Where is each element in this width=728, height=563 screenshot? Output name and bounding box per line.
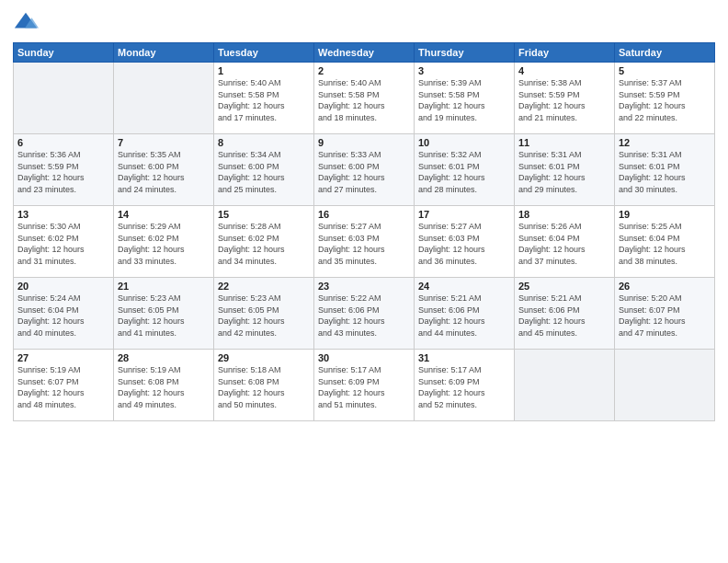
page-header	[13, 9, 715, 35]
calendar-week-5: 27Sunrise: 5:19 AM Sunset: 6:07 PM Dayli…	[14, 350, 715, 421]
day-info: Sunrise: 5:34 AM Sunset: 6:00 PM Dayligh…	[218, 149, 310, 195]
calendar-cell: 18Sunrise: 5:26 AM Sunset: 6:04 PM Dayli…	[515, 206, 615, 278]
calendar-cell: 22Sunrise: 5:23 AM Sunset: 6:05 PM Dayli…	[214, 278, 314, 350]
calendar-cell: 3Sunrise: 5:39 AM Sunset: 5:58 PM Daylig…	[415, 63, 515, 134]
day-info: Sunrise: 5:24 AM Sunset: 6:04 PM Dayligh…	[17, 293, 109, 339]
calendar-cell: 30Sunrise: 5:17 AM Sunset: 6:09 PM Dayli…	[314, 350, 415, 421]
day-number: 11	[518, 137, 610, 148]
calendar-week-1: 1Sunrise: 5:40 AM Sunset: 5:58 PM Daylig…	[14, 63, 715, 134]
day-number: 15	[218, 209, 310, 220]
day-number: 26	[619, 281, 711, 292]
day-info: Sunrise: 5:36 AM Sunset: 5:59 PM Dayligh…	[17, 149, 109, 195]
calendar-cell: 26Sunrise: 5:20 AM Sunset: 6:07 PM Dayli…	[615, 278, 715, 350]
day-number: 22	[218, 281, 310, 292]
logo-icon	[13, 9, 39, 35]
calendar-cell	[14, 63, 114, 134]
day-number: 13	[17, 209, 109, 220]
day-number: 10	[418, 137, 510, 148]
day-info: Sunrise: 5:37 AM Sunset: 5:59 PM Dayligh…	[619, 77, 711, 123]
day-info: Sunrise: 5:20 AM Sunset: 6:07 PM Dayligh…	[619, 293, 711, 339]
weekday-header-wednesday: Wednesday	[314, 43, 415, 63]
calendar-cell: 9Sunrise: 5:33 AM Sunset: 6:00 PM Daylig…	[314, 134, 415, 206]
day-number: 16	[318, 209, 410, 220]
day-info: Sunrise: 5:25 AM Sunset: 6:04 PM Dayligh…	[619, 221, 711, 267]
calendar-cell: 13Sunrise: 5:30 AM Sunset: 6:02 PM Dayli…	[14, 206, 114, 278]
calendar-cell: 2Sunrise: 5:40 AM Sunset: 5:58 PM Daylig…	[314, 63, 415, 134]
day-info: Sunrise: 5:26 AM Sunset: 6:04 PM Dayligh…	[518, 221, 610, 267]
day-number: 12	[619, 137, 711, 148]
day-number: 30	[318, 352, 410, 363]
calendar-cell: 23Sunrise: 5:22 AM Sunset: 6:06 PM Dayli…	[314, 278, 415, 350]
day-info: Sunrise: 5:39 AM Sunset: 5:58 PM Dayligh…	[418, 77, 510, 123]
calendar-cell	[515, 350, 615, 421]
logo	[13, 9, 42, 35]
calendar-cell: 28Sunrise: 5:19 AM Sunset: 6:08 PM Dayli…	[114, 350, 214, 421]
calendar-cell	[615, 350, 715, 421]
calendar-cell: 31Sunrise: 5:17 AM Sunset: 6:09 PM Dayli…	[415, 350, 515, 421]
calendar-cell: 25Sunrise: 5:21 AM Sunset: 6:06 PM Dayli…	[515, 278, 615, 350]
day-info: Sunrise: 5:40 AM Sunset: 5:58 PM Dayligh…	[218, 77, 310, 123]
day-number: 18	[518, 209, 610, 220]
calendar-cell: 1Sunrise: 5:40 AM Sunset: 5:58 PM Daylig…	[214, 63, 314, 134]
calendar-cell: 20Sunrise: 5:24 AM Sunset: 6:04 PM Dayli…	[14, 278, 114, 350]
weekday-header-saturday: Saturday	[615, 43, 715, 63]
day-number: 1	[218, 65, 310, 76]
calendar-cell: 27Sunrise: 5:19 AM Sunset: 6:07 PM Dayli…	[14, 350, 114, 421]
calendar-cell: 19Sunrise: 5:25 AM Sunset: 6:04 PM Dayli…	[615, 206, 715, 278]
day-number: 4	[518, 65, 610, 76]
day-number: 23	[318, 281, 410, 292]
day-number: 19	[619, 209, 711, 220]
day-info: Sunrise: 5:18 AM Sunset: 6:08 PM Dayligh…	[218, 364, 310, 410]
calendar-cell: 14Sunrise: 5:29 AM Sunset: 6:02 PM Dayli…	[114, 206, 214, 278]
calendar-cell: 21Sunrise: 5:23 AM Sunset: 6:05 PM Dayli…	[114, 278, 214, 350]
calendar-cell: 7Sunrise: 5:35 AM Sunset: 6:00 PM Daylig…	[114, 134, 214, 206]
calendar-week-3: 13Sunrise: 5:30 AM Sunset: 6:02 PM Dayli…	[14, 206, 715, 278]
calendar-header: SundayMondayTuesdayWednesdayThursdayFrid…	[14, 43, 715, 63]
day-number: 2	[318, 65, 410, 76]
day-number: 20	[17, 281, 109, 292]
day-info: Sunrise: 5:31 AM Sunset: 6:01 PM Dayligh…	[518, 149, 610, 195]
calendar-body: 1Sunrise: 5:40 AM Sunset: 5:58 PM Daylig…	[14, 63, 715, 421]
calendar-table: SundayMondayTuesdayWednesdayThursdayFrid…	[13, 42, 715, 421]
day-info: Sunrise: 5:23 AM Sunset: 6:05 PM Dayligh…	[118, 293, 210, 339]
day-info: Sunrise: 5:27 AM Sunset: 6:03 PM Dayligh…	[418, 221, 510, 267]
day-info: Sunrise: 5:21 AM Sunset: 6:06 PM Dayligh…	[518, 293, 610, 339]
calendar-cell: 24Sunrise: 5:21 AM Sunset: 6:06 PM Dayli…	[415, 278, 515, 350]
day-info: Sunrise: 5:22 AM Sunset: 6:06 PM Dayligh…	[318, 293, 410, 339]
day-number: 31	[418, 352, 510, 363]
calendar-week-2: 6Sunrise: 5:36 AM Sunset: 5:59 PM Daylig…	[14, 134, 715, 206]
calendar-cell: 11Sunrise: 5:31 AM Sunset: 6:01 PM Dayli…	[515, 134, 615, 206]
day-number: 6	[17, 137, 109, 148]
day-number: 5	[619, 65, 711, 76]
day-info: Sunrise: 5:29 AM Sunset: 6:02 PM Dayligh…	[118, 221, 210, 267]
day-info: Sunrise: 5:40 AM Sunset: 5:58 PM Dayligh…	[318, 77, 410, 123]
weekday-row: SundayMondayTuesdayWednesdayThursdayFrid…	[14, 43, 715, 63]
calendar-week-4: 20Sunrise: 5:24 AM Sunset: 6:04 PM Dayli…	[14, 278, 715, 350]
day-number: 27	[17, 352, 109, 363]
calendar-cell: 15Sunrise: 5:28 AM Sunset: 6:02 PM Dayli…	[214, 206, 314, 278]
day-info: Sunrise: 5:35 AM Sunset: 6:00 PM Dayligh…	[118, 149, 210, 195]
day-number: 28	[118, 352, 210, 363]
day-info: Sunrise: 5:28 AM Sunset: 6:02 PM Dayligh…	[218, 221, 310, 267]
day-info: Sunrise: 5:17 AM Sunset: 6:09 PM Dayligh…	[318, 364, 410, 410]
weekday-header-tuesday: Tuesday	[214, 43, 314, 63]
day-info: Sunrise: 5:23 AM Sunset: 6:05 PM Dayligh…	[218, 293, 310, 339]
day-info: Sunrise: 5:27 AM Sunset: 6:03 PM Dayligh…	[318, 221, 410, 267]
day-number: 24	[418, 281, 510, 292]
day-number: 25	[518, 281, 610, 292]
weekday-header-thursday: Thursday	[415, 43, 515, 63]
day-info: Sunrise: 5:21 AM Sunset: 6:06 PM Dayligh…	[418, 293, 510, 339]
day-number: 7	[118, 137, 210, 148]
weekday-header-monday: Monday	[114, 43, 214, 63]
day-number: 9	[318, 137, 410, 148]
day-info: Sunrise: 5:32 AM Sunset: 6:01 PM Dayligh…	[418, 149, 510, 195]
calendar-cell: 12Sunrise: 5:31 AM Sunset: 6:01 PM Dayli…	[615, 134, 715, 206]
calendar-cell: 29Sunrise: 5:18 AM Sunset: 6:08 PM Dayli…	[214, 350, 314, 421]
day-info: Sunrise: 5:30 AM Sunset: 6:02 PM Dayligh…	[17, 221, 109, 267]
day-info: Sunrise: 5:19 AM Sunset: 6:08 PM Dayligh…	[118, 364, 210, 410]
day-number: 21	[118, 281, 210, 292]
day-info: Sunrise: 5:17 AM Sunset: 6:09 PM Dayligh…	[418, 364, 510, 410]
page-container: SundayMondayTuesdayWednesdayThursdayFrid…	[0, 0, 728, 563]
day-number: 8	[218, 137, 310, 148]
day-number: 3	[418, 65, 510, 76]
